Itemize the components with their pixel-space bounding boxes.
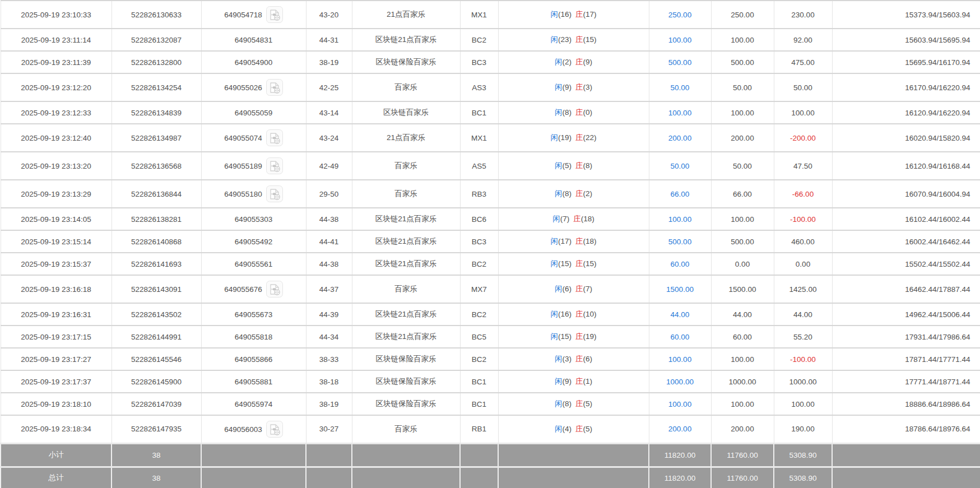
player-banker-cell: 闲(16)庄(17) [498, 1, 649, 29]
bet-amount-link[interactable]: 200.00 [649, 124, 711, 152]
bet-amount-link[interactable]: 500.00 [649, 51, 711, 73]
game-round-cell: 649055881 [201, 370, 306, 393]
balance-before-after: 16070.94/16004.94 [832, 180, 980, 208]
table-code: BC1 [460, 370, 498, 393]
table-code: AS5 [460, 152, 498, 180]
winloss-amount: -100.00 [774, 208, 832, 230]
video-icon[interactable] [266, 281, 283, 298]
bet-serial-number: 522826130633 [112, 1, 201, 29]
game-round-cell: 649055818 [201, 326, 306, 348]
bet-serial-number: 522826147935 [112, 415, 201, 443]
subtotal-count: 38 [112, 443, 201, 467]
valid-amount: 250.00 [711, 1, 774, 29]
game-round-number: 649055492 [235, 238, 273, 246]
bet-time: 2025-09-19 23:12:40 [1, 124, 112, 152]
betting-records-table: 2025-09-19 23:10:33 522826130633 6490547… [0, 0, 980, 488]
banker-label: 庄 [575, 83, 583, 91]
valid-amount: 500.00 [711, 230, 774, 253]
empty-cell [498, 467, 649, 488]
video-icon[interactable] [266, 79, 283, 96]
summary-body: 小计 38 11820.00 11760.00 5308.90 总计 38 11… [1, 443, 980, 488]
player-banker-cell: 闲(15)庄(15) [498, 253, 649, 275]
empty-cell [201, 467, 306, 488]
game-round-number: 649054831 [235, 36, 273, 44]
video-icon[interactable] [266, 6, 283, 23]
video-icon[interactable] [266, 421, 283, 438]
banker-count: (7) [583, 285, 593, 293]
bet-amount-link[interactable]: 100.00 [649, 29, 711, 51]
table-code: BC1 [460, 101, 498, 124]
banker-label: 庄 [575, 35, 583, 44]
bet-time: 2025-09-19 23:10:33 [1, 1, 112, 29]
bet-amount-link[interactable]: 100.00 [649, 101, 711, 124]
game-round-cell: 649055673 [201, 303, 306, 326]
bet-amount-link[interactable]: 66.00 [649, 180, 711, 208]
bet-serial-number: 522826136844 [112, 180, 201, 208]
shoe-round-score: 44-34 [306, 326, 352, 348]
valid-amount: 100.00 [711, 348, 774, 370]
player-label: 闲 [555, 399, 563, 408]
game-round-cell: 649055026 [201, 73, 306, 101]
bet-amount-link[interactable]: 100.00 [649, 208, 711, 230]
bet-serial-number: 522826140868 [112, 230, 201, 253]
bet-amount-link[interactable]: 250.00 [649, 1, 711, 29]
player-count: (15) [558, 332, 572, 341]
game-name: 区块链21点百家乐 [352, 230, 460, 253]
bet-amount-link[interactable]: 50.00 [649, 152, 711, 180]
bet-amount-link[interactable]: 200.00 [649, 415, 711, 443]
bet-amount-link[interactable]: 50.00 [649, 73, 711, 101]
player-label: 闲 [550, 237, 558, 245]
player-banker-cell: 闲(9)庄(3) [498, 73, 649, 101]
video-icon[interactable] [266, 129, 283, 146]
bet-serial-number: 522826134839 [112, 101, 201, 124]
banker-count: (9) [583, 58, 593, 66]
bet-amount-link[interactable]: 60.00 [649, 253, 711, 275]
player-banker-cell: 闲(8)庄(0) [498, 101, 649, 124]
total-valid-amount: 11760.00 [711, 467, 774, 488]
game-name: 区块链百家乐 [352, 101, 460, 124]
shoe-round-score: 43-20 [306, 1, 352, 29]
subtotal-valid-amount: 11760.00 [711, 443, 774, 467]
table-row: 2025-09-19 23:12:40 522826134987 6490550… [1, 124, 980, 152]
game-round-cell: 649055180 [201, 180, 306, 208]
bet-amount-link[interactable]: 500.00 [649, 230, 711, 253]
empty-cell [352, 443, 460, 467]
player-banker-cell: 闲(4)庄(5) [498, 415, 649, 443]
game-round-cell: 649055561 [201, 253, 306, 275]
table-code: RB1 [460, 415, 498, 443]
table-code: BC2 [460, 253, 498, 275]
bet-serial-number: 522826145546 [112, 348, 201, 370]
bet-amount-link[interactable]: 44.00 [649, 303, 711, 326]
player-banker-cell: 闲(6)庄(7) [498, 275, 649, 303]
shoe-round-score: 44-37 [306, 275, 352, 303]
winloss-amount: 460.00 [774, 230, 832, 253]
table-code: BC2 [460, 303, 498, 326]
player-count: (9) [563, 377, 572, 385]
banker-count: (5) [583, 399, 593, 408]
banker-count: (2) [583, 189, 593, 198]
empty-cell [201, 443, 306, 467]
bet-amount-link[interactable]: 60.00 [649, 326, 711, 348]
bet-amount-link[interactable]: 100.00 [649, 348, 711, 370]
bet-amount-link[interactable]: 1000.00 [649, 370, 711, 393]
bet-amount-link[interactable]: 100.00 [649, 393, 711, 415]
player-count: (9) [563, 83, 572, 91]
balance-before-after: 15502.44/15502.44 [832, 253, 980, 275]
bet-amount-link[interactable]: 1500.00 [649, 275, 711, 303]
player-banker-cell: 闲(17)庄(18) [498, 230, 649, 253]
banker-count: (17) [583, 10, 597, 18]
game-round-number: 649055059 [235, 109, 273, 117]
bet-time: 2025-09-19 23:17:37 [1, 370, 112, 393]
banker-count: (15) [583, 35, 597, 44]
banker-count: (18) [583, 237, 597, 245]
balance-before-after: 15603.94/15695.94 [832, 29, 980, 51]
bet-serial-number: 522826144991 [112, 326, 201, 348]
video-icon[interactable] [266, 185, 283, 202]
banker-label: 庄 [575, 355, 583, 363]
player-label: 闲 [555, 83, 563, 91]
video-icon[interactable] [266, 157, 283, 174]
valid-amount: 1500.00 [711, 275, 774, 303]
shoe-round-score: 38-33 [306, 348, 352, 370]
banker-label: 庄 [575, 10, 583, 18]
banker-count: (19) [583, 332, 597, 341]
